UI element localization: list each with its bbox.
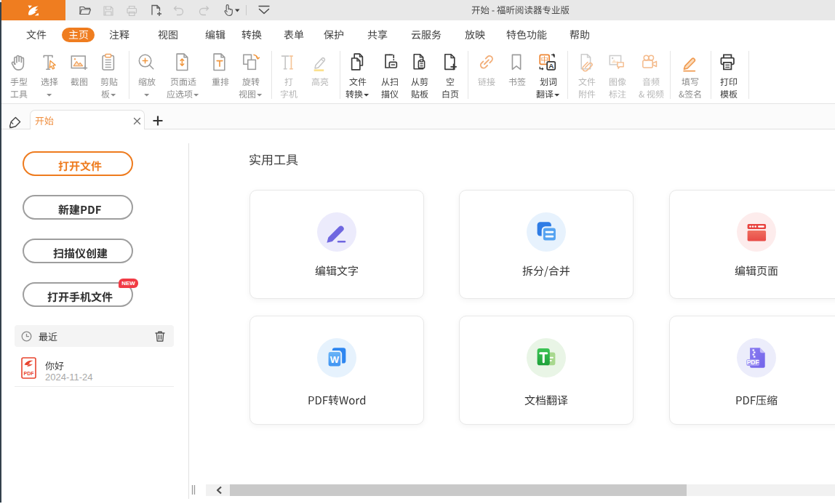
svg-text:A: A [548,62,554,70]
svg-text:PDF: PDF [24,371,35,376]
svg-text:PDF: PDF [747,359,759,366]
svg-text:W: W [330,354,340,365]
